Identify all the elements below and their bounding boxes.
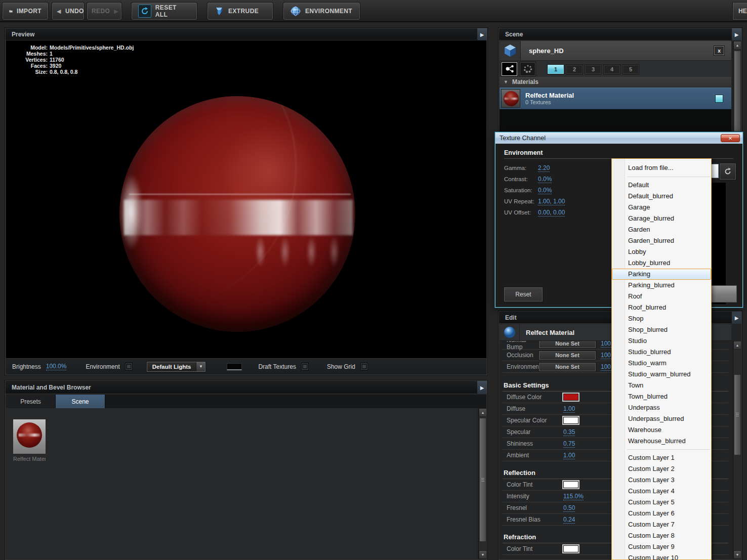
env-menu-item[interactable]: Shop xyxy=(612,313,711,324)
env-menu-item[interactable]: Garage_blurred xyxy=(612,213,711,224)
custom-layer-menu-item[interactable]: Custom Layer 6 xyxy=(612,508,711,519)
scroll-down-button[interactable]: ▼ xyxy=(479,550,487,559)
menu-item-load-from-file[interactable]: Load from file... xyxy=(612,162,711,174)
custom-layer-menu-item[interactable]: Custom Layer 5 xyxy=(612,497,711,508)
brightness-value[interactable]: 100.0% xyxy=(46,363,67,370)
custom-layer-menu-item[interactable]: Custom Layer 2 xyxy=(612,463,711,475)
custom-layer-menu-item[interactable]: Custom Layer 8 xyxy=(612,530,711,541)
fresnel-bias-value[interactable]: 0.24 xyxy=(563,516,575,524)
env-menu-item[interactable]: Warehouse xyxy=(612,424,711,436)
specular-color-swatch[interactable] xyxy=(563,417,578,424)
diffuse-color-swatch[interactable] xyxy=(563,394,578,401)
uv-offset-value[interactable]: 0.00, 0.00 xyxy=(538,209,565,217)
environment-button[interactable]: ENVIRONMENT xyxy=(283,3,360,20)
env-menu-item[interactable]: Studio_blurred xyxy=(612,347,711,358)
scene-material-row[interactable]: Relfect Material 0 Textures xyxy=(500,88,731,109)
env-menu-item-highlighted[interactable]: Parking xyxy=(612,269,711,280)
lod-button-5[interactable]: 5 xyxy=(622,65,639,74)
scroll-up-button[interactable]: ▲ xyxy=(733,41,741,50)
custom-layer-menu-item[interactable]: Custom Layer 4 xyxy=(612,486,711,497)
custom-layer-menu-item[interactable]: Custom Layer 1 xyxy=(612,452,711,463)
saturation-value[interactable]: 0.0% xyxy=(538,187,552,194)
lights-select[interactable]: Default Lights ▼ xyxy=(147,362,206,372)
env-menu-item[interactable]: Default xyxy=(612,180,711,191)
custom-layer-menu-item[interactable]: Custom Layer 10 xyxy=(612,552,711,560)
normal-bump-texture-button[interactable]: None Set xyxy=(539,341,596,348)
env-menu-item[interactable]: Warehouse_blurred xyxy=(612,436,711,447)
env-menu-item[interactable]: Shop_blurred xyxy=(612,324,711,335)
custom-layer-menu-item[interactable]: Custom Layer 7 xyxy=(612,519,711,530)
draft-textures-checkbox[interactable] xyxy=(301,363,309,370)
environment-checkbox[interactable] xyxy=(125,363,133,370)
intensity-value[interactable]: 115.0% xyxy=(563,493,584,500)
light-color-swatch[interactable] xyxy=(227,363,242,370)
help-button[interactable]: HE xyxy=(733,3,747,20)
env-menu-item[interactable]: Parking_blurred xyxy=(612,280,711,291)
environment-texture-button[interactable]: None Set xyxy=(539,363,596,371)
env-menu-item[interactable]: Garden xyxy=(612,224,711,235)
specular-value[interactable]: 0.35 xyxy=(563,428,575,436)
scroll-down-button[interactable]: ▼ xyxy=(733,550,741,559)
scroll-up-button[interactable]: ▲ xyxy=(733,341,741,350)
material-card[interactable]: Relfect Materia xyxy=(13,419,46,462)
contrast-value[interactable]: 0.0% xyxy=(538,176,552,183)
env-menu-item[interactable]: Studio_warm xyxy=(612,358,711,369)
scene-scrollbar[interactable]: ▲ xyxy=(733,41,741,132)
preview-viewport[interactable]: Model:Models/Primitives/sphere_HD.obj Me… xyxy=(6,40,486,358)
wireframe-mode-button[interactable] xyxy=(520,62,535,76)
dialog-titlebar[interactable]: Texture Channel ✕ xyxy=(495,133,742,144)
gamma-value[interactable]: 2.20 xyxy=(538,164,550,172)
reset-all-button[interactable]: RESET ALL xyxy=(132,3,197,20)
env-menu-item[interactable]: Studio xyxy=(612,335,711,347)
scene-object-row[interactable]: sphere_HD x xyxy=(500,41,731,61)
env-menu-item[interactable]: Underpass xyxy=(612,402,711,413)
scene-expand-button[interactable]: ▶ xyxy=(731,28,741,40)
reflection-tint-swatch[interactable] xyxy=(563,481,578,488)
import-button[interactable]: IMPORT xyxy=(3,3,48,20)
remove-object-button[interactable]: x xyxy=(714,46,724,55)
custom-layer-menu-item[interactable]: Custom Layer 9 xyxy=(612,541,711,552)
refresh-environment-button[interactable] xyxy=(720,163,736,180)
shininess-value[interactable]: 0.75 xyxy=(563,440,575,448)
env-menu-item[interactable]: Town xyxy=(612,380,711,391)
lod-button-1[interactable]: 1 xyxy=(548,65,564,74)
edit-expand-button[interactable]: ▶ xyxy=(731,312,741,324)
scrollbar-thumb[interactable] xyxy=(479,418,486,542)
scrollbar-thumb[interactable] xyxy=(734,51,741,132)
fresnel-value[interactable]: 0.50 xyxy=(563,504,575,512)
env-menu-item[interactable]: Roof xyxy=(612,291,711,302)
extrude-button[interactable]: EXTRUDE xyxy=(208,3,273,20)
material-visible-checkbox[interactable] xyxy=(715,95,723,103)
ambient-value[interactable]: 1.00 xyxy=(563,452,575,459)
occlusion-texture-button[interactable]: None Set xyxy=(539,351,596,360)
env-menu-item[interactable]: Roof_blurred xyxy=(612,302,711,313)
lod-button-2[interactable]: 2 xyxy=(566,65,583,74)
scrollbar-thumb[interactable] xyxy=(734,374,741,455)
reset-button[interactable]: Reset xyxy=(504,287,543,301)
env-menu-item[interactable]: Underpass_blurred xyxy=(612,413,711,424)
browser-scrollbar[interactable]: ▲ ▼ xyxy=(478,408,486,559)
browser-expand-button[interactable]: ▶ xyxy=(477,381,487,394)
env-menu-item[interactable]: Lobby_blurred xyxy=(612,257,711,269)
lod-button-3[interactable]: 3 xyxy=(585,65,601,74)
env-menu-item[interactable]: Garage xyxy=(612,202,711,213)
dialog-close-button[interactable]: ✕ xyxy=(721,134,740,142)
scroll-up-button[interactable]: ▲ xyxy=(479,408,487,417)
tab-scene[interactable]: Scene xyxy=(56,395,105,408)
edit-scrollbar[interactable]: ▲ ▼ xyxy=(733,341,741,559)
show-grid-checkbox[interactable] xyxy=(360,363,368,370)
preview-expand-button[interactable]: ▶ xyxy=(477,28,487,40)
env-menu-item[interactable]: Studio_warm_blurred xyxy=(612,369,711,380)
shaded-mode-button[interactable] xyxy=(502,62,517,76)
env-menu-item[interactable]: Default_blurred xyxy=(612,191,711,202)
diffuse-value[interactable]: 1.00 xyxy=(563,405,575,413)
uv-repeat-value[interactable]: 1.00, 1.00 xyxy=(538,198,565,205)
materials-section-header[interactable]: ▼ Materials xyxy=(500,77,731,88)
tab-presets[interactable]: Presets xyxy=(6,395,56,408)
env-menu-item[interactable]: Town_blurred xyxy=(612,391,711,402)
env-menu-item[interactable]: Lobby xyxy=(612,246,711,257)
lod-button-4[interactable]: 4 xyxy=(604,65,620,74)
custom-layer-menu-item[interactable]: Custom Layer 3 xyxy=(612,475,711,486)
env-menu-item[interactable]: Garden_blurred xyxy=(612,235,711,246)
undo-button[interactable]: ◀ UNDO xyxy=(52,3,84,20)
